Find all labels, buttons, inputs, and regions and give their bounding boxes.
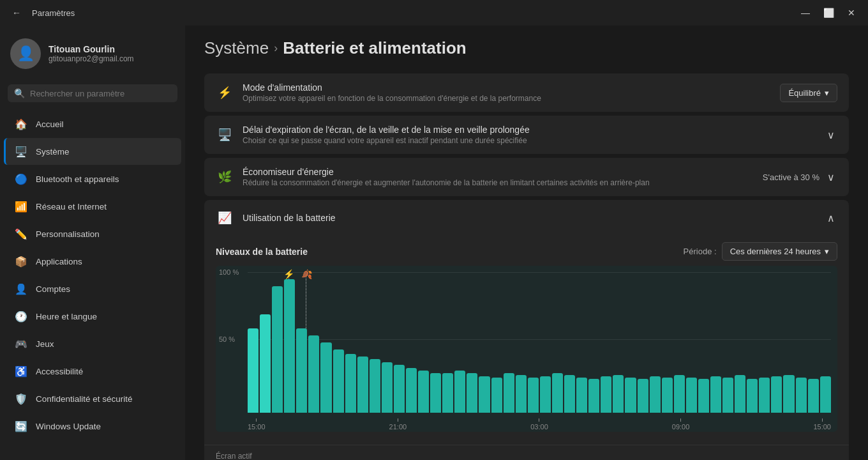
breadcrumb: Système › Batterie et alimentation [204,38,849,58]
time-labels: 15:0021:0003:0009:0015:00 [248,418,831,431]
bar-11 [382,362,393,413]
search-input[interactable] [30,89,171,98]
economiseur-row: 🌿 Économiseur d'énergie Réduire la conso… [204,158,849,196]
chevron-down-icon: ▾ [825,88,829,98]
sidebar-item-systeme[interactable]: 🖥️ Système [4,138,181,165]
nav-icon-windowsupdate: 🔄 [14,419,28,433]
bar-41 [747,379,758,413]
avatar: 👤 [10,38,41,69]
sidebar-item-personnalisation[interactable]: ✏️ Personnalisation [4,220,181,247]
period-dropdown[interactable]: Ces dernières 24 heures ▾ [722,242,837,261]
sidebar-item-jeux[interactable]: 🎮 Jeux [4,330,181,357]
nav-label-bluetooth: Bluetooth et appareils [36,174,119,184]
sidebar-item-accueil[interactable]: 🏠 Accueil [4,111,181,137]
bar-15 [430,373,441,413]
nav-label-jeux: Jeux [36,339,54,349]
power-mode-icon: ⚡ [216,84,234,102]
time-label-3: 09:00 [672,418,690,431]
bar-35 [674,375,685,413]
sidebar: 👤 Titouan Gourlin gtitouanpro2@gmail.com… [0,26,185,460]
breadcrumb-separator: › [274,42,278,55]
bar-8 [345,354,356,413]
search-box[interactable]: 🔍 [8,84,177,102]
nav-icon-personnalisation: ✏️ [14,227,28,241]
time-label-4: 15:00 [813,418,831,431]
nav-icon-heure: 🕐 [14,309,28,323]
sidebar-item-accessibilite[interactable]: ♿ Accessibilité [4,358,181,385]
user-name: Titouan Gourlin [49,44,134,54]
nav-label-accessibilite: Accessibilité [36,367,83,376]
sidebar-item-applications[interactable]: 📦 Applications [4,248,181,275]
sidebar-item-windowsupdate[interactable]: 🔄 Windows Update [4,413,181,440]
bar-43 [771,376,782,413]
bottom-stats: Écran actif 2 h 47 min [204,445,849,460]
chart-title: Niveaux de la batterie [216,247,308,257]
bars-container [248,272,831,413]
nav-icon-jeux: 🎮 [14,337,28,351]
app-title: Paramètres [32,8,75,18]
sidebar-item-bluetooth[interactable]: 🔵 Bluetooth et appareils [4,165,181,192]
grid-label-100: 100 % [219,268,239,276]
battery-usage-collapse[interactable]: ∧ [825,210,837,227]
nav-icon-accessibilite: ♿ [14,364,28,378]
bar-46 [808,379,819,413]
nav-label-systeme: Système [36,147,70,157]
sidebar-item-comptes[interactable]: 👤 Comptes [4,275,181,302]
bar-18 [467,373,477,413]
battery-chart-icon: 📈 [216,209,234,227]
bar-39 [722,378,733,413]
mode-alimentation-dropdown[interactable]: Équilibré ▾ [780,84,837,102]
economiseur-expand[interactable]: ∨ [825,169,837,186]
bar-37 [698,379,709,413]
title-bar: ← Paramètres — ⬜ ✕ [0,0,868,26]
bar-5 [308,335,319,413]
bar-17 [454,371,465,413]
chart-header: Niveaux de la batterie Période : Ces der… [216,242,837,261]
delai-expiration-expand[interactable]: ∨ [825,126,837,144]
bar-21 [504,373,514,413]
close-button[interactable]: ✕ [842,4,860,22]
minimize-button[interactable]: — [797,4,814,22]
bar-32 [638,379,648,413]
mode-alimentation-desc: Optimisez votre appareil en fonction de … [243,94,771,103]
bar-1 [260,314,271,413]
bar-14 [418,371,429,413]
economiseur-desc: Réduire la consommation d'énergie et aug… [243,178,754,187]
sidebar-item-confidentialite[interactable]: 🛡️ Confidentialité et sécurité [4,385,181,412]
grid-label-50: 50 % [219,335,235,343]
bar-4 [296,328,307,413]
nav-icon-confidentialite: 🛡️ [14,392,28,406]
economiseur-card: 🌿 Économiseur d'énergie Réduire la conso… [204,158,849,196]
time-label-2: 03:00 [530,418,548,431]
bar-36 [686,378,697,413]
breadcrumb-parent: Système [204,38,269,58]
screen-active-label: Écran actif [216,452,255,460]
mode-alimentation-value: Équilibré [788,88,821,98]
delai-expiration-desc: Choisir ce qui se passe quand votre appa… [243,136,816,145]
bar-3 [284,279,295,413]
bar-27 [576,378,587,413]
nav-label-accueil: Accueil [36,119,64,129]
bar-6 [320,342,331,413]
bar-44 [783,375,794,413]
chart-area: Niveaux de la batterie Période : Ces der… [204,236,849,445]
battery-usage-header[interactable]: 📈 Utilisation de la batterie ∧ [204,200,849,236]
nav-icon-systeme: 🖥️ [14,144,28,158]
breadcrumb-current: Batterie et alimentation [283,38,467,58]
delai-expiration-row: 🖥️ Délai d'expiration de l'écran, de la … [204,116,849,154]
economiseur-title: Économiseur d'énergie [243,167,754,177]
nav-label-comptes: Comptes [36,284,70,294]
nav-label-heure: Heure et langue [36,312,97,321]
maximize-button[interactable]: ⬜ [819,4,837,22]
nav-label-confidentialite: Confidentialité et sécurité [36,394,133,404]
sidebar-item-heure[interactable]: 🕐 Heure et langue [4,303,181,330]
nav-icon-applications: 📦 [14,254,28,268]
back-button[interactable]: ← [8,4,26,22]
bar-42 [759,378,770,413]
bar-40 [735,375,745,413]
economiseur-status: S'active à 30 % [763,172,819,182]
sidebar-item-reseau[interactable]: 📶 Réseau et Internet [4,193,181,220]
bar-10 [370,359,380,413]
period-value: Ces dernières 24 heures [730,247,821,256]
bar-47 [820,376,831,413]
